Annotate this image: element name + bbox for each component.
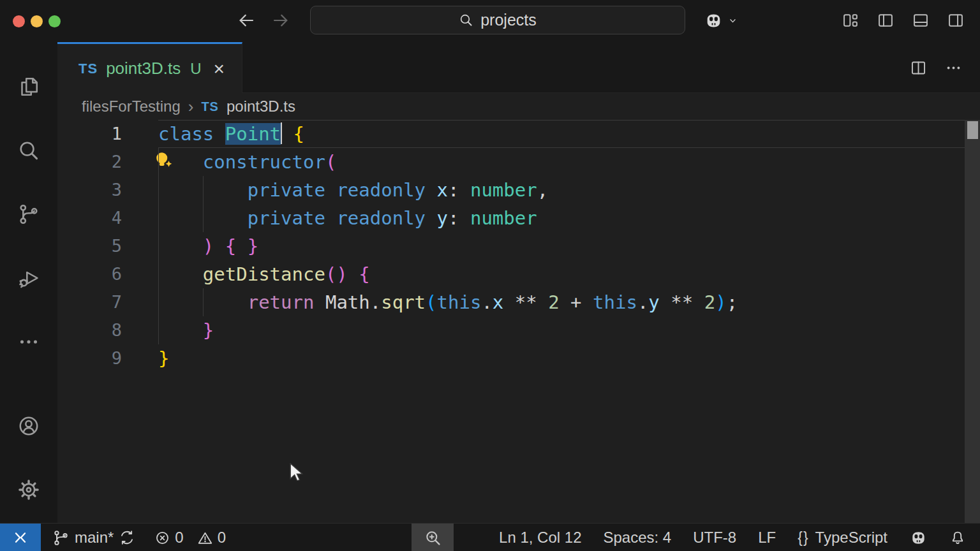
chevron-down-icon xyxy=(727,15,738,26)
activity-bar-item-search[interactable] xyxy=(0,119,57,182)
warning-count: 0 xyxy=(218,529,226,547)
line-number: 4 xyxy=(57,204,158,232)
activity-bar-item-more-views[interactable] xyxy=(0,310,57,374)
copilot-menu-button[interactable] xyxy=(704,11,738,31)
activity-bar-item-accounts[interactable] xyxy=(0,394,57,458)
language-label: TypeScript xyxy=(815,529,887,547)
language-mode-item[interactable]: {} TypeScript xyxy=(798,529,887,547)
debug-icon xyxy=(17,267,40,290)
ellipsis-icon xyxy=(17,330,40,353)
bell-icon[interactable] xyxy=(949,529,966,546)
workspace-name: projects xyxy=(480,11,537,29)
line-content: } xyxy=(158,344,980,372)
indentation-item[interactable]: Spaces: 4 xyxy=(603,529,671,547)
code-line-8[interactable]: 8 } xyxy=(57,316,980,344)
tab-bar: TS point3D.ts U × xyxy=(57,42,980,93)
indent-guide xyxy=(158,204,159,232)
indent-guide xyxy=(158,260,159,288)
git-untracked-badge: U xyxy=(190,60,201,78)
indent-guide xyxy=(158,232,159,260)
code-line-1[interactable]: 1class Point { xyxy=(57,120,980,148)
line-content: getDistance() { xyxy=(158,260,980,288)
code-line-2[interactable]: 2 constructor( xyxy=(57,148,980,176)
tab-point3d[interactable]: TS point3D.ts U × xyxy=(57,42,242,93)
copilot-status-icon[interactable] xyxy=(909,529,928,547)
command-center-search[interactable]: projects xyxy=(310,6,685,34)
activity-bar-item-settings[interactable] xyxy=(0,458,57,522)
close-tab-icon[interactable]: × xyxy=(214,59,225,78)
gear-icon xyxy=(17,478,40,501)
more-actions-icon[interactable] xyxy=(945,59,962,77)
source-control-icon xyxy=(17,203,40,226)
window-controls[interactable] xyxy=(13,15,61,27)
indent-guide xyxy=(158,176,159,204)
indent-guide xyxy=(158,316,159,344)
customize-layout-icon[interactable] xyxy=(842,11,859,29)
typescript-file-icon: TS xyxy=(201,99,219,114)
line-number: 2 xyxy=(57,148,158,176)
maximize-window-button[interactable] xyxy=(48,15,61,27)
account-icon xyxy=(17,415,40,437)
activity-bar xyxy=(0,42,57,523)
code-line-9[interactable]: 9} xyxy=(57,344,980,372)
line-number: 9 xyxy=(57,344,158,372)
activity-bar-item-run-and-debug[interactable] xyxy=(0,246,57,310)
indent-guide xyxy=(203,204,204,232)
minimize-window-button[interactable] xyxy=(31,15,43,27)
indent-guide xyxy=(203,288,204,316)
error-icon xyxy=(154,530,170,546)
activity-bar-item-source-control[interactable] xyxy=(0,182,57,246)
line-content: private readonly y: number xyxy=(158,204,980,232)
branch-label: main* xyxy=(75,529,114,547)
breadcrumb-folder[interactable]: filesForTesting xyxy=(82,98,181,115)
code-line-5[interactable]: 5 ) { } xyxy=(57,232,980,260)
typescript-file-icon: TS xyxy=(78,61,98,77)
code-line-6[interactable]: 6 getDistance() { xyxy=(57,260,980,288)
line-number: 8 xyxy=(57,316,158,344)
line-content: return Math.sqrt(this.x ** 2 + this.y **… xyxy=(158,288,980,316)
split-editor-icon[interactable] xyxy=(910,59,927,77)
code-line-7[interactable]: 7 return Math.sqrt(this.x ** 2 + this.y … xyxy=(57,288,980,316)
line-content: class Point { xyxy=(158,120,980,148)
warning-icon xyxy=(197,530,213,546)
files-icon xyxy=(17,75,40,98)
line-content: constructor( xyxy=(158,148,980,176)
breadcrumb: filesForTesting › TS point3D.ts xyxy=(57,93,980,120)
cursor-position-item[interactable]: Ln 1, Col 12 xyxy=(499,529,581,547)
sync-icon xyxy=(119,529,135,546)
indent-guide xyxy=(203,176,204,204)
chevron-right-icon: › xyxy=(188,97,194,117)
search-icon xyxy=(459,13,473,27)
tab-title: point3D.ts xyxy=(106,59,181,78)
source-control-icon xyxy=(52,529,70,547)
error-count: 0 xyxy=(175,529,183,547)
line-content: } xyxy=(158,316,980,344)
forward-icon[interactable] xyxy=(271,11,290,30)
activity-bar-item-explorer[interactable] xyxy=(0,55,57,119)
code-editor[interactable]: 1class Point {2 constructor(3 private re… xyxy=(57,120,980,372)
toggle-sidebar-right-icon[interactable] xyxy=(947,11,965,29)
scrollbar-thumb[interactable] xyxy=(967,121,978,139)
eol-item[interactable]: LF xyxy=(758,529,776,547)
back-icon[interactable] xyxy=(237,11,256,30)
breadcrumb-file[interactable]: point3D.ts xyxy=(226,98,295,115)
remote-indicator-button[interactable] xyxy=(0,524,41,551)
line-content: private readonly x: number, xyxy=(158,176,980,204)
search-icon xyxy=(17,139,40,162)
toggle-sidebar-left-icon[interactable] xyxy=(877,11,895,29)
zoom-indicator-button[interactable] xyxy=(412,524,454,551)
line-number: 7 xyxy=(57,288,158,316)
braces-icon: {} xyxy=(798,529,808,547)
editor-group: TS point3D.ts U × filesForTesting › TS p… xyxy=(57,42,980,523)
problems-item[interactable]: 0 0 xyxy=(154,529,226,547)
toggle-panel-bottom-icon[interactable] xyxy=(912,11,930,29)
code-line-3[interactable]: 3 private readonly x: number, xyxy=(57,176,980,204)
close-window-button[interactable] xyxy=(13,15,25,27)
branch-item[interactable]: main* xyxy=(52,529,135,547)
encoding-item[interactable]: UTF-8 xyxy=(693,529,736,547)
layout-controls xyxy=(842,11,965,29)
remote-icon xyxy=(12,529,29,546)
copilot-icon xyxy=(704,11,724,31)
code-line-4[interactable]: 4 private readonly y: number xyxy=(57,204,980,232)
editor-scrollbar[interactable] xyxy=(965,120,980,523)
